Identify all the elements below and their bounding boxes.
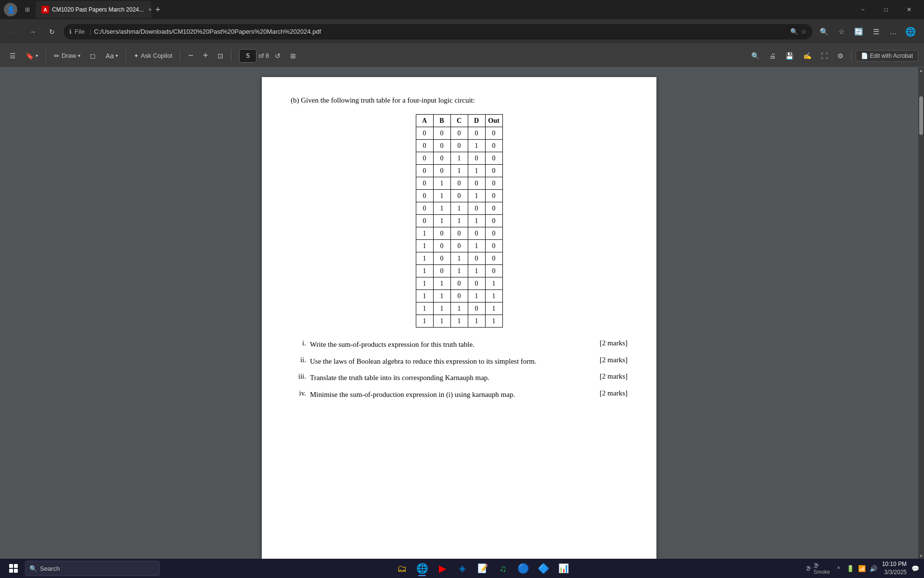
- table-cell: 1: [450, 202, 468, 215]
- taskbar-app-edge[interactable]: 🌐: [412, 560, 432, 577]
- draw-button[interactable]: ✏ Draw ▾: [50, 48, 84, 64]
- address-box[interactable]: ℹ File | C:/Users/ashma/Downloads/CM1020…: [64, 24, 812, 39]
- zoom-out-button[interactable]: −: [184, 48, 197, 64]
- pdf-content[interactable]: (b) Given the following truth table for …: [0, 67, 918, 559]
- battery-icon[interactable]: 🔋: [846, 564, 855, 573]
- tab-label: CM1020 Past Papers March 2024...: [52, 6, 144, 13]
- close-button[interactable]: ✕: [898, 2, 920, 17]
- pdf-fullscreen-button[interactable]: ⛶: [817, 48, 832, 64]
- table-cell: 0: [468, 127, 485, 140]
- weather-widget[interactable]: 🌫 🌫 Smoke: [806, 562, 830, 575]
- explorer-icon: 🗂: [397, 563, 407, 574]
- table-cell: 0: [416, 202, 433, 215]
- tab-bar: A CM1020 Past Papers March 2024... ✕ +: [36, 0, 850, 19]
- taskbar-app-powerpoint[interactable]: 📊: [554, 560, 573, 577]
- back-button[interactable]: ←: [6, 24, 21, 39]
- page-of-text: of 8: [258, 52, 269, 59]
- table-cell: 0: [468, 227, 485, 240]
- table-cell: 1: [416, 302, 433, 315]
- new-tab-button[interactable]: +: [151, 3, 165, 16]
- profile-icon[interactable]: 👤: [4, 3, 17, 16]
- scroll-up-arrow[interactable]: ▲: [918, 67, 924, 73]
- tray-up-arrow[interactable]: ^: [834, 564, 844, 573]
- start-button[interactable]: [4, 560, 23, 577]
- pdf-save-button[interactable]: 💾: [782, 48, 797, 64]
- zoom-icon[interactable]: 🔍: [816, 24, 832, 39]
- sub-q-marks: [2 marks]: [579, 389, 628, 397]
- bookmark-icon: 🔖: [26, 52, 34, 60]
- collections-icon[interactable]: 🔄: [851, 24, 866, 39]
- table-row: 11011: [416, 290, 502, 302]
- sidebar-icon[interactable]: ☰: [868, 24, 884, 39]
- right-scrollbar[interactable]: ▲ ▼: [918, 67, 924, 559]
- chrome-icon: 🔵: [517, 563, 529, 574]
- toolbar-separator-4: [231, 50, 231, 62]
- marks-label: [2 marks]: [579, 372, 628, 381]
- edge-icon[interactable]: 🌐: [903, 24, 918, 39]
- eraser-button[interactable]: ◻: [86, 48, 100, 64]
- table-cell: 0: [433, 152, 450, 165]
- forward-button[interactable]: →: [25, 24, 40, 39]
- maximize-button[interactable]: □: [875, 2, 897, 17]
- col-header-c: C: [450, 115, 468, 127]
- taskbar-app-vscode[interactable]: ◈: [453, 560, 472, 577]
- table-cell: 0: [485, 127, 502, 140]
- notifications-icon[interactable]: 💬: [911, 564, 920, 573]
- minimize-button[interactable]: −: [852, 2, 874, 17]
- pdf-print-button[interactable]: 🖨: [765, 48, 780, 64]
- pdf-sign-button[interactable]: ✍: [799, 48, 815, 64]
- pdf-bookmark-button[interactable]: 🔖 ▾: [22, 48, 42, 64]
- scrollbar-thumb[interactable]: [919, 96, 923, 135]
- read-aloud-icon: Aa: [105, 52, 114, 60]
- table-cell: 0: [433, 165, 450, 177]
- table-row: 10110: [416, 265, 502, 277]
- pdf-toolbar-right: 🔍 🖨 💾 ✍ ⛶ ⚙ 📄 Edit with Acrobat: [747, 48, 918, 64]
- table-cell: 0: [416, 152, 433, 165]
- refresh-button[interactable]: ↻: [44, 24, 60, 39]
- col-header-out: Out: [485, 115, 502, 127]
- table-cell: 1: [485, 302, 502, 315]
- vscode-icon: ◈: [459, 563, 466, 574]
- taskbar-app-youtube[interactable]: ▶: [433, 560, 452, 577]
- address-star-icon[interactable]: ☆: [801, 28, 807, 35]
- table-cell: 1: [416, 265, 433, 277]
- view-mode-button[interactable]: ⊞: [286, 48, 300, 64]
- taskbar-app-notepad[interactable]: 📝: [473, 560, 492, 577]
- page-number-input[interactable]: [239, 49, 257, 63]
- pdf-settings-button[interactable]: ⚙: [834, 48, 847, 64]
- favorites-icon[interactable]: ☆: [834, 24, 849, 39]
- zoom-in-button[interactable]: +: [199, 48, 212, 64]
- table-cell: 0: [485, 227, 502, 240]
- table-cell: 1: [485, 315, 502, 328]
- edit-with-acrobat-button[interactable]: 📄 Edit with Acrobat: [856, 50, 918, 62]
- table-row: 00010: [416, 140, 502, 152]
- taskbar-app-explorer[interactable]: 🗂: [392, 560, 411, 577]
- taskbar-search[interactable]: 🔍 Search: [25, 561, 160, 576]
- ask-copilot-button[interactable]: ✦ Ask Copilot: [130, 48, 176, 64]
- fit-page-button[interactable]: ⊡: [214, 48, 227, 64]
- taskbar-app-chrome[interactable]: 🔵: [513, 560, 533, 577]
- marks-label: [2 marks]: [579, 389, 628, 397]
- clock[interactable]: 10:10 PM 3/3/2025: [882, 560, 907, 577]
- marks-label: [2 marks]: [579, 356, 628, 364]
- tab-close-button[interactable]: ✕: [147, 6, 151, 13]
- address-search-icon: 🔍: [790, 28, 798, 35]
- table-row: 01100: [416, 202, 502, 215]
- draw-dropdown-icon: ▾: [78, 53, 80, 58]
- pdf-search-button[interactable]: 🔍: [747, 48, 763, 64]
- read-aloud-dropdown: ▾: [116, 53, 118, 58]
- pdf-nav-button[interactable]: ☰: [6, 48, 20, 64]
- read-aloud-button[interactable]: Aa ▾: [102, 48, 122, 64]
- wifi-icon[interactable]: 📶: [857, 564, 867, 573]
- taskbar-app-spotify[interactable]: ♫: [493, 560, 513, 577]
- taskbar-app-edge2[interactable]: 🔷: [534, 560, 553, 577]
- scroll-down-arrow[interactable]: ▼: [918, 553, 924, 559]
- browser-menu-icon[interactable]: ⊞: [21, 2, 34, 17]
- col-header-a: A: [416, 115, 433, 127]
- rotate-button[interactable]: ↺: [271, 48, 284, 64]
- volume-icon[interactable]: 🔊: [869, 564, 878, 573]
- active-tab[interactable]: A CM1020 Past Papers March 2024... ✕: [36, 1, 151, 18]
- sub-q-marks: [2 marks]: [579, 356, 628, 364]
- more-icon[interactable]: …: [886, 24, 901, 39]
- sub-q-number: iii.: [291, 372, 310, 381]
